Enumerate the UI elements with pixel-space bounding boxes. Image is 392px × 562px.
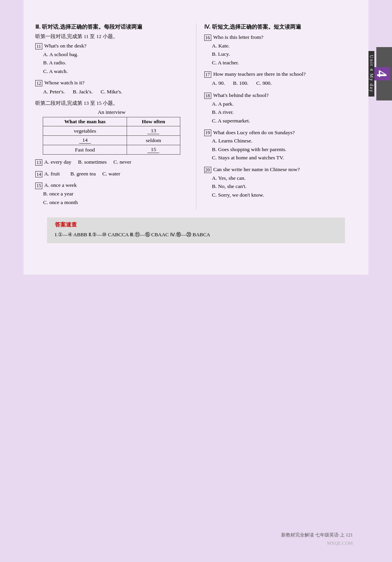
footer: 新教材完全解读 七年级英语·上 121: [281, 532, 353, 538]
content-columns: Ⅲ. 听对话,选择正确的答案。每段对话读两遍 听第一段对话,完成第 11 至 1…: [24, 16, 368, 217]
q12-num: 12: [35, 80, 42, 86]
q20-option-b: B. No, she can't.: [212, 182, 357, 191]
q11-text: 11 What's on the desk?: [35, 43, 86, 49]
table-r3c2: 15: [127, 145, 180, 155]
question-15: 15 A. once a week B. once a year C. once…: [35, 181, 188, 206]
q17-option-c: C. 900.: [256, 80, 272, 86]
q15-option-a: A. once a week: [44, 182, 77, 188]
q18-option-b: B. A river.: [212, 108, 357, 117]
q11-option-b: B. A radio.: [43, 58, 188, 67]
q20-text: Can she write her name in Chinese now?: [213, 166, 300, 172]
q14-num: 14: [35, 171, 42, 177]
q20-option-c: C. Sorry, we don't know.: [212, 191, 357, 199]
page: 4 Unit 4 My day Ⅲ. 听对话,选择正确的答案。每段对话读两遍 听…: [0, 0, 392, 562]
q18-text: What's behind the school?: [213, 92, 269, 98]
main-content-area: Ⅲ. 听对话,选择正确的答案。每段对话读两遍 听第一段对话,完成第 11 至 1…: [24, 0, 368, 275]
q15-option-b: B. once a year: [43, 190, 188, 198]
q20-option-a: A. Yes, she can.: [212, 174, 357, 182]
question-11: 11 What's on the desk? A. A school bag. …: [35, 42, 188, 75]
q15-num: 15: [35, 182, 42, 189]
interview-table: What the man has How often vegetables 13…: [43, 117, 180, 155]
q14-option-c: C. water: [102, 171, 120, 177]
question-20: 20 Can she write her name in Chinese now…: [204, 165, 357, 199]
q16-option-a: A. Kate.: [212, 42, 357, 50]
q18-num: 18: [204, 93, 211, 99]
q18-option-c: C. A supermarket.: [212, 117, 357, 125]
question-14: 14 A. fruit B. green tea C. water: [35, 170, 188, 178]
unit-label: Unit 4 My day: [368, 51, 374, 97]
table-r1c2: 13: [127, 126, 180, 136]
table-r2c1: 14: [43, 136, 127, 145]
section3-title: Ⅲ. 听对话,选择正确的答案。每段对话读两遍: [35, 24, 188, 31]
q19-num: 19: [204, 130, 211, 136]
q16-num: 16: [204, 35, 211, 41]
question-18: 18 What's behind the school? A. A park. …: [204, 91, 357, 125]
q11-option-a: A. A school bag.: [43, 50, 188, 59]
q20-num: 20: [204, 167, 211, 173]
right-column: Ⅳ. 听短文,选择正确的答案。短文读两遍 16 Who is this lett…: [196, 24, 357, 210]
q17-option-b: B. 100.: [233, 80, 248, 86]
q11-num: 11: [35, 43, 42, 49]
table-r3c1: Fast food: [43, 145, 127, 155]
table-r1c1: vegetables: [43, 126, 127, 136]
q17-text: How many teachers are there in the schoo…: [213, 71, 306, 77]
q19-option-b: B. Goes shopping with her parents.: [212, 145, 357, 154]
question-12: 12 Whose watch is it? A. Peter's. B. Jac…: [35, 78, 188, 97]
watermark-text: MXQE.COM: [327, 540, 353, 546]
q13-option-b: B. sometimes: [78, 159, 107, 165]
left-column: Ⅲ. 听对话,选择正确的答案。每段对话读两遍 听第一段对话,完成第 11 至 1…: [35, 24, 188, 210]
q12-option-b: B. Jack's.: [73, 89, 93, 95]
footer-text: 新教材完全解读 七年级英语·上 121: [281, 532, 353, 538]
answer-title: 答案速查: [55, 221, 337, 228]
q14-option-b: B. green tea: [70, 171, 96, 177]
watermark: MXQE.COM: [327, 540, 353, 546]
table-col2: How often: [127, 117, 180, 126]
section3-sub1: 听第一段对话,完成第 11 至 12 小题。: [35, 33, 188, 40]
q14-line: 14 A. fruit B. green tea C. water: [35, 171, 120, 177]
q19-option-c: C. Stays at home and watches TV.: [212, 153, 357, 162]
unit-side-tab: 4 Unit 4 My day: [376, 47, 392, 100]
q17-option-a: A. 90.: [212, 80, 225, 86]
answer-content: I.①—④ ABBB Ⅱ.⑤—⑩ CABCCA Ⅲ.⑪—⑮ CBAAC Ⅳ.⑯—…: [55, 230, 337, 239]
q15-option-c: C. once a month: [43, 198, 188, 207]
q13-line: 13 A. every day B. sometimes C. never: [35, 159, 131, 165]
q17-num: 17: [204, 71, 211, 78]
q15-text: 15 A. once a week: [35, 182, 77, 188]
q18-option-a: A. A park.: [212, 100, 357, 108]
question-13: 13 A. every day B. sometimes C. never: [35, 158, 188, 166]
question-19: 19 What does Lucy often do on Sundays? A…: [204, 128, 357, 162]
q16-option-c: C. A teacher.: [212, 58, 357, 67]
section4-title: Ⅳ. 听短文,选择正确的答案。短文读两遍: [204, 24, 357, 31]
q14-option-a: A. fruit: [44, 171, 60, 177]
q19-option-a: A. Learns Chinese.: [212, 137, 357, 145]
table-r2c2: seldom: [127, 136, 180, 145]
question-16: 16 Who is this letter from? A. Kate. B. …: [204, 33, 357, 67]
q13-option-c: C. never: [113, 159, 131, 165]
question-17: 17 How many teachers are there in the sc…: [204, 70, 357, 88]
q19-text: What does Lucy often do on Sundays?: [213, 130, 295, 135]
q13-num: 13: [35, 159, 42, 166]
unit-number: 4: [374, 67, 390, 80]
q16-text: Who is this letter from?: [213, 34, 263, 40]
q16-option-b: B. Lucy.: [212, 50, 357, 58]
q12-option-a: A. Peter's.: [43, 89, 65, 95]
q12-text: 12 Whose watch is it?: [35, 80, 85, 86]
table-col1: What the man has: [43, 117, 127, 126]
interview-title: An interview: [35, 109, 188, 115]
q11-option-c: C. A watch.: [43, 67, 188, 76]
answer-section: 答案速查 I.①—④ ABBB Ⅱ.⑤—⑩ CABCCA Ⅲ.⑪—⑮ CBAAC…: [47, 217, 345, 243]
section3-sub2: 听第二段对话,完成第 13 至 15 小题。: [35, 100, 188, 107]
q12-option-c: C. Mike's.: [101, 89, 122, 95]
q13-option-a: A. every day: [44, 159, 71, 165]
